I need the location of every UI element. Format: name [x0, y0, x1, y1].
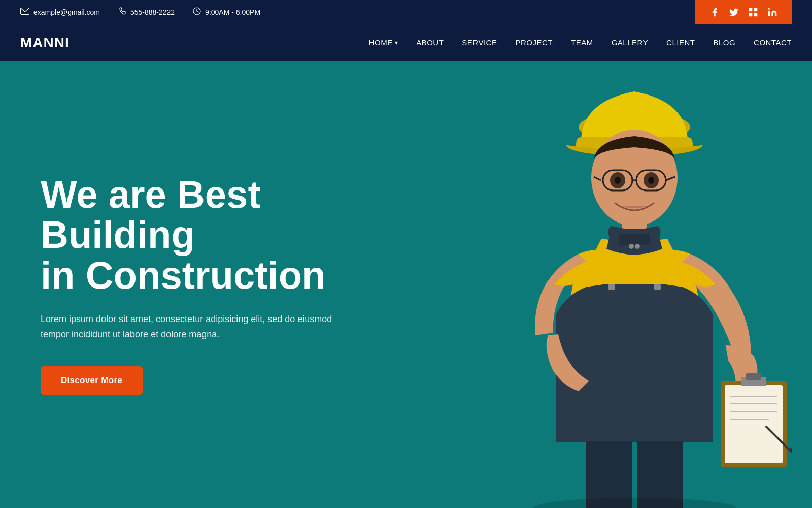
hero-description: Lorem ipsum dolor sit amet, consectetur …: [41, 312, 355, 342]
svg-point-16: [615, 177, 621, 184]
nav-item-project[interactable]: PROJECT: [515, 38, 553, 47]
nav-link-about[interactable]: ABOUT: [416, 38, 444, 47]
svg-point-17: [648, 177, 654, 184]
phone-icon: [118, 7, 126, 17]
email-info: example@gmail.com: [20, 8, 100, 17]
svg-rect-19: [619, 234, 650, 245]
svg-point-6: [768, 8, 770, 10]
nav-item-home[interactable]: HOME: [369, 38, 398, 47]
nav-item-service[interactable]: SERVICE: [462, 38, 497, 47]
svg-point-20: [629, 244, 634, 249]
top-bar-social: [695, 0, 792, 24]
hours-text: 9:00AM - 6:00PM: [205, 8, 260, 16]
nav-link-gallery[interactable]: GALLERY: [612, 38, 648, 47]
svg-rect-23: [725, 385, 783, 463]
phone-text: 555-888-2222: [130, 8, 175, 16]
hero-worker-image: [457, 61, 812, 508]
svg-rect-5: [754, 13, 758, 17]
nav-link-client[interactable]: CLIENT: [666, 38, 695, 47]
worker-svg: [477, 61, 792, 508]
nav-item-team[interactable]: TEAM: [571, 38, 593, 47]
svg-rect-2: [749, 8, 753, 12]
top-bar-contact-info: example@gmail.com 555-888-2222 9:00AM - …: [20, 7, 260, 17]
nav-link-home[interactable]: HOME: [369, 38, 398, 47]
hours-info: 9:00AM - 6:00PM: [193, 7, 260, 17]
home-label: HOME: [369, 38, 398, 47]
brand-logo[interactable]: MANNI: [20, 35, 70, 51]
phone-info: 555-888-2222: [118, 7, 175, 17]
nav-item-about[interactable]: ABOUT: [416, 38, 444, 47]
top-bar: example@gmail.com 555-888-2222 9:00AM - …: [0, 0, 812, 24]
main-nav: HOME ABOUT SERVICE PROJECT TEAM GALLERY …: [369, 38, 792, 47]
nav-item-blog[interactable]: BLOG: [713, 38, 735, 47]
nav-link-team[interactable]: TEAM: [571, 38, 593, 47]
social-icons-bar: [695, 0, 792, 24]
nav-link-blog[interactable]: BLOG: [713, 38, 735, 47]
twitter-icon[interactable]: [729, 7, 739, 17]
nav-link-service[interactable]: SERVICE: [462, 38, 497, 47]
nav-item-gallery[interactable]: GALLERY: [612, 38, 648, 47]
hero-content: We are Best Building in Construction Lor…: [0, 134, 396, 436]
nav-link-contact[interactable]: CONTACT: [754, 38, 792, 47]
svg-rect-3: [754, 8, 758, 12]
email-text: example@gmail.com: [33, 8, 100, 16]
svg-rect-4: [749, 13, 753, 17]
facebook-icon[interactable]: [709, 7, 720, 17]
svg-rect-33: [654, 284, 661, 290]
hero-section: We are Best Building in Construction Lor…: [0, 61, 812, 508]
discover-more-button[interactable]: Discover More: [41, 366, 143, 395]
flickr-icon[interactable]: [748, 7, 758, 17]
hero-title: We are Best Building in Construction: [41, 174, 355, 296]
email-icon: [20, 8, 29, 17]
nav-item-client[interactable]: CLIENT: [666, 38, 695, 47]
navbar: MANNI HOME ABOUT SERVICE PROJECT TEAM GA…: [0, 24, 812, 61]
clock-icon: [193, 7, 201, 17]
linkedin-icon[interactable]: [767, 7, 777, 17]
nav-item-contact[interactable]: CONTACT: [754, 38, 792, 47]
nav-link-project[interactable]: PROJECT: [515, 38, 553, 47]
svg-rect-32: [608, 284, 615, 290]
svg-point-36: [533, 498, 736, 508]
hero-title-line1: We are Best Building: [41, 173, 261, 257]
svg-point-21: [635, 244, 640, 249]
hero-title-line2: in Construction: [41, 253, 326, 297]
svg-rect-25: [746, 373, 761, 380]
